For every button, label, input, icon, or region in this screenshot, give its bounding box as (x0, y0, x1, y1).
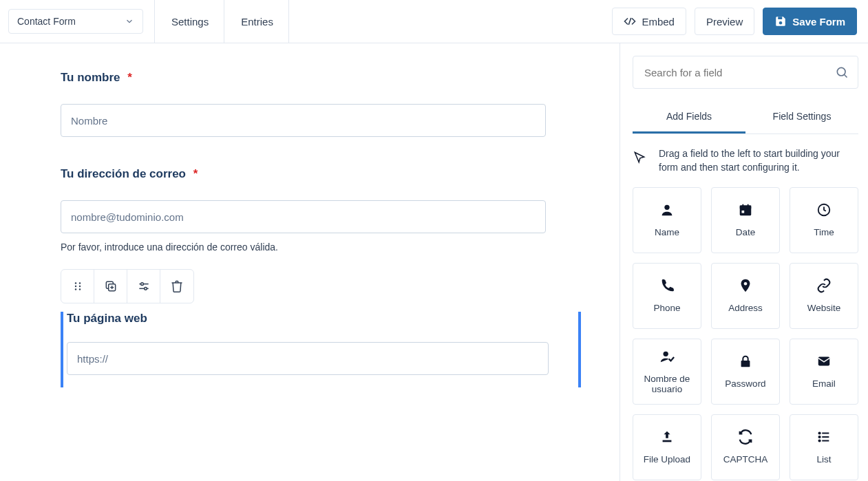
field-label: Tu página web (67, 312, 575, 325)
form-field-website-wrapper: Tu página web (61, 269, 581, 387)
svg-point-6 (78, 282, 80, 284)
delete-button[interactable] (160, 270, 193, 303)
field-card-lock[interactable]: Password (711, 339, 780, 405)
tab-add-fields[interactable]: Add Fields (633, 101, 745, 133)
field-card-label: Nombre de usuario (633, 374, 701, 394)
refresh-icon (738, 429, 753, 445)
field-card-label: Address (728, 303, 763, 313)
field-label-text: Tu nombre (61, 71, 120, 84)
svg-point-16 (837, 67, 845, 76)
usercheck-icon (659, 349, 675, 364)
field-card-label: Date (736, 227, 756, 237)
lock-icon (738, 354, 753, 369)
field-card-clock[interactable]: Time (790, 187, 858, 253)
code-icon (624, 15, 636, 28)
save-button-label: Save Form (792, 16, 845, 28)
website-input[interactable] (67, 342, 549, 375)
cursor-icon (633, 147, 649, 175)
nav-settings[interactable]: Settings (155, 0, 224, 43)
svg-point-34 (818, 436, 820, 438)
form-field-name[interactable]: Tu nombre * (61, 71, 581, 137)
save-button[interactable]: Save Form (763, 8, 857, 35)
field-card-person[interactable]: Name (633, 187, 701, 253)
drag-hint-text: Drag a field to the left to start buildi… (659, 147, 858, 175)
chevron-down-icon (125, 17, 134, 26)
upload-icon (659, 429, 675, 445)
svg-point-25 (744, 282, 748, 286)
drag-hint: Drag a field to the left to start buildi… (633, 147, 858, 175)
main: Tu nombre * Tu dirección de correo * Por… (0, 43, 868, 481)
field-card-label: File Upload (644, 454, 690, 464)
list-icon (816, 429, 832, 445)
form-field-website[interactable]: Tu página web (61, 312, 581, 387)
field-search-input[interactable] (633, 56, 858, 89)
field-card-label: Email (812, 378, 836, 389)
svg-rect-28 (818, 357, 830, 366)
form-select-wrap: Contact Form (0, 0, 155, 43)
calendar-icon (738, 202, 753, 217)
field-card-label: Name (655, 227, 679, 237)
svg-rect-27 (741, 361, 750, 367)
tab-field-settings[interactable]: Field Settings (745, 101, 858, 133)
phone-icon (659, 278, 675, 293)
field-card-label: Password (725, 378, 765, 389)
svg-rect-23 (742, 211, 745, 213)
field-card-upload[interactable]: File Upload (633, 414, 701, 480)
form-field-email[interactable]: Tu dirección de correo * Por favor, intr… (61, 167, 581, 253)
top-bar: Contact Form Settings Entries Embed Prev… (0, 0, 868, 43)
field-label: Tu nombre * (61, 71, 581, 85)
name-input[interactable] (61, 104, 546, 137)
svg-point-35 (818, 440, 820, 441)
field-grid: NameDateTimePhoneAddressWebsiteNombre de… (633, 187, 858, 480)
field-card-label: Phone (653, 303, 680, 313)
required-asterisk: * (127, 71, 132, 84)
settings-button[interactable] (127, 270, 160, 303)
duplicate-button[interactable] (94, 270, 127, 303)
svg-rect-1 (779, 17, 783, 19)
field-helper: Por favor, introduce una dirección de co… (61, 242, 581, 253)
svg-point-3 (74, 282, 76, 284)
embed-button-label: Embed (642, 16, 675, 28)
field-card-list[interactable]: List (790, 414, 858, 480)
mail-icon (816, 354, 832, 369)
svg-point-4 (74, 286, 76, 287)
field-label: Tu dirección de correo * (61, 167, 581, 181)
email-input[interactable] (61, 200, 546, 233)
svg-point-2 (779, 21, 783, 25)
form-selector-label: Contact Form (17, 16, 76, 27)
field-card-phone[interactable]: Phone (633, 263, 701, 329)
svg-point-26 (664, 351, 668, 356)
nav-entries[interactable]: Entries (224, 0, 289, 43)
field-label-text: Tu dirección de correo (61, 167, 186, 180)
drag-handle[interactable] (61, 270, 94, 303)
svg-point-5 (74, 288, 76, 290)
field-search-wrap (633, 56, 858, 89)
search-icon (835, 65, 849, 79)
preview-button-label: Preview (706, 16, 743, 28)
field-card-usercheck[interactable]: Nombre de usuario (633, 339, 701, 405)
field-card-pin[interactable]: Address (711, 263, 780, 329)
person-icon (659, 202, 675, 217)
field-card-label: List (816, 454, 831, 464)
field-card-calendar[interactable]: Date (711, 187, 780, 253)
form-selector[interactable]: Contact Form (8, 9, 143, 34)
required-asterisk: * (193, 167, 198, 180)
svg-line-17 (845, 75, 847, 78)
field-card-refresh[interactable]: CAPTCHA (711, 414, 780, 480)
sidebar: Add Fields Field Settings Drag a field t… (620, 43, 868, 481)
preview-button[interactable]: Preview (695, 8, 754, 35)
field-toolbar (61, 269, 194, 303)
svg-point-8 (78, 288, 80, 290)
field-card-mail[interactable]: Email (790, 339, 858, 405)
form-canvas: Tu nombre * Tu dirección de correo * Por… (0, 43, 620, 481)
field-card-link[interactable]: Website (790, 263, 858, 329)
field-card-label: CAPTCHA (723, 454, 768, 464)
sidebar-tabs: Add Fields Field Settings (633, 101, 858, 134)
field-card-label: Time (814, 227, 834, 237)
pin-icon (738, 278, 753, 293)
link-icon (816, 278, 832, 293)
embed-button[interactable]: Embed (612, 8, 686, 35)
svg-point-33 (818, 432, 820, 434)
svg-point-7 (78, 286, 80, 287)
save-icon (774, 15, 787, 28)
